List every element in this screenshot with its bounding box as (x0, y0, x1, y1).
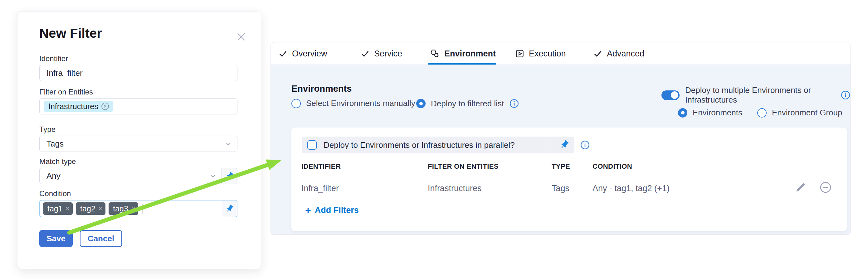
condition-label: Condition (39, 189, 261, 198)
pipeline-stage-panel: Overview Service Environment Execution A… (271, 42, 851, 235)
hexagons-icon (430, 49, 440, 59)
tab-execution[interactable]: Execution (515, 42, 566, 65)
radio-label: Deploy to filtered list (431, 99, 504, 108)
condition-chips: tag1 × tag2 × tag3 × (40, 202, 222, 215)
play-box-icon (515, 49, 525, 58)
cell-filter-on-entities: Infrastructures (428, 184, 482, 193)
column-header-type: TYPE (552, 163, 570, 171)
cancel-button[interactable]: Cancel (80, 230, 122, 247)
target-options-row: Environments Environment Group (678, 108, 842, 117)
edit-pencil-icon[interactable] (794, 181, 807, 194)
entities-chip-label: Infrastructures (49, 102, 98, 111)
remove-tag-icon[interactable]: × (98, 205, 102, 212)
parallel-checkbox[interactable] (307, 140, 317, 150)
tab-advanced[interactable]: Advanced (593, 42, 644, 65)
save-button[interactable]: Save (39, 230, 73, 247)
filter-on-entities-label: Filter on Entities (39, 88, 261, 96)
add-filters-label: Add Filters (315, 206, 359, 215)
active-tab-underline (428, 63, 496, 65)
column-header-condition: CONDITION (592, 163, 632, 171)
tag-chip[interactable]: tag2 × (76, 202, 105, 215)
close-icon[interactable] (235, 31, 247, 43)
match-type-select[interactable]: Any (39, 168, 222, 184)
tab-label: Overview (292, 49, 327, 59)
type-label: Type (39, 125, 261, 134)
radio-label: Environments (693, 108, 742, 117)
identifier-input[interactable]: Infra_filter (39, 65, 238, 81)
type-value: Tags (46, 139, 64, 149)
tab-label: Execution (529, 49, 566, 59)
new-filter-modal: New Filter Identifier Infra_filter Filte… (17, 11, 261, 269)
filter-on-entities-input[interactable]: Infrastructures (39, 98, 238, 114)
toggle-on[interactable] (661, 91, 680, 100)
chevron-down-icon (209, 172, 217, 180)
tab-label: Environment (444, 49, 496, 59)
entities-chip[interactable]: Infrastructures (44, 101, 113, 112)
match-type-label: Match type (39, 157, 261, 166)
radio-icon[interactable] (416, 99, 426, 108)
column-header-filter-on-entities: FILTER ON ENTITIES (428, 163, 499, 171)
radio-icon[interactable] (757, 108, 767, 117)
check-icon (360, 49, 370, 58)
circled-x-icon[interactable] (101, 102, 109, 110)
radio-select-manually[interactable]: Select Environments manually (291, 99, 415, 108)
column-header-identifier: IDENTIFIER (301, 163, 341, 171)
cell-identifier: Infra_filter (301, 184, 339, 193)
filters-card: Deploy to Environments or Infrastructure… (291, 128, 847, 231)
pushpin-icon[interactable] (559, 140, 569, 150)
tag-chip-label: tag1 (48, 204, 63, 213)
pushpin-icon (225, 172, 234, 180)
stage-tab-bar: Overview Service Environment Execution A… (271, 42, 850, 65)
info-icon[interactable] (580, 140, 590, 150)
identifier-value: Infra_filter (46, 68, 83, 78)
parallel-option-bar: Deploy to Environments or Infrastructure… (302, 137, 575, 153)
check-icon (278, 49, 288, 58)
match-type-field: Any (39, 168, 238, 184)
tab-label: Advanced (607, 49, 644, 59)
match-type-pin-button[interactable] (222, 168, 238, 184)
cell-condition: Any - tag1, tag2 (+1) (592, 184, 670, 193)
tag-chip-label: tag2 (80, 204, 95, 213)
radio-icon[interactable] (291, 99, 301, 108)
cell-type: Tags (552, 184, 569, 193)
toggle-knob (671, 91, 678, 99)
multi-env-toggle-row: Deploy to multiple Environments or Infra… (661, 85, 850, 105)
radio-label: Select Environments manually (306, 99, 415, 108)
radio-label: Environment Group (772, 108, 842, 117)
tag-chip-label: tag3 (113, 204, 128, 213)
radio-environment-group[interactable]: Environment Group (757, 108, 842, 117)
divider (551, 139, 551, 151)
remove-minus-circle-icon[interactable] (819, 181, 832, 194)
info-icon[interactable] (509, 99, 519, 108)
modal-title: New Filter (39, 25, 261, 41)
tab-service[interactable]: Service (360, 42, 402, 65)
remove-tag-icon[interactable]: × (65, 205, 69, 212)
tab-label: Service (374, 49, 402, 59)
chevron-down-icon (225, 140, 232, 148)
pushpin-icon (225, 204, 234, 213)
text-cursor (143, 204, 143, 214)
condition-pin-button[interactable] (222, 201, 237, 217)
radio-icon[interactable] (678, 108, 687, 117)
add-filters-button[interactable]: + Add Filters (305, 206, 359, 215)
tag-chip[interactable]: tag3 × (108, 202, 138, 215)
environments-heading: Environments (291, 83, 352, 94)
remove-tag-icon[interactable]: × (131, 205, 135, 212)
tab-overview[interactable]: Overview (278, 42, 327, 65)
tab-environment[interactable]: Environment (430, 42, 496, 65)
parallel-label: Deploy to Environments or Infrastructure… (323, 140, 515, 150)
plus-icon: + (305, 206, 311, 215)
toggle-label: Deploy to multiple Environments or Infra… (685, 85, 835, 105)
identifier-label: Identifier (39, 54, 261, 63)
tag-chip[interactable]: tag1 × (43, 202, 73, 215)
radio-environments[interactable]: Environments (678, 108, 742, 117)
environment-tab-content: Environments Select Environments manuall… (271, 65, 850, 235)
match-type-value: Any (46, 171, 61, 181)
type-select[interactable]: Tags (39, 136, 238, 152)
radio-deploy-filtered[interactable]: Deploy to filtered list (416, 99, 519, 108)
check-icon (593, 49, 602, 58)
info-icon[interactable] (841, 90, 850, 100)
condition-input[interactable]: tag1 × tag2 × tag3 × (39, 200, 238, 217)
